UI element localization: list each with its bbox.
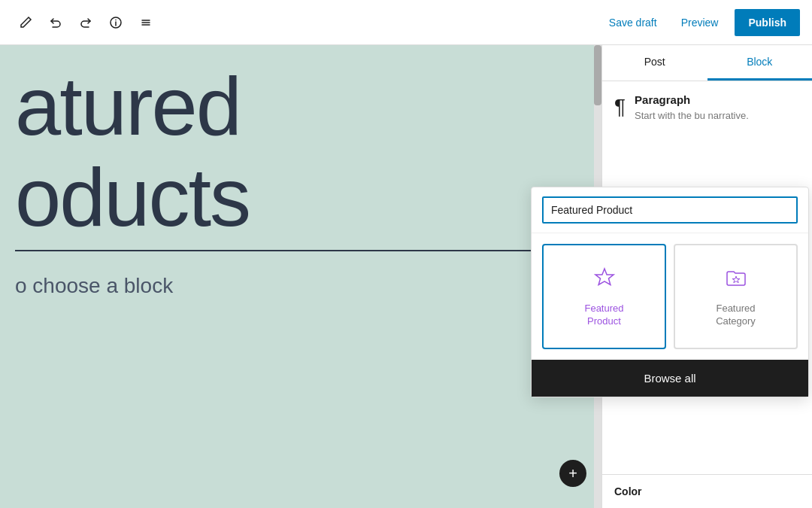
publish-button[interactable]: Publish [735,9,800,36]
color-section: Color [602,474,812,508]
featured-product-label: FeaturedProduct [584,303,623,328]
block-search-popup: FeaturedProduct FeaturedCategory Browse … [531,187,809,397]
undo-icon [49,16,62,29]
save-draft-button[interactable]: Save draft [601,12,665,33]
paragraph-icon: ¶ [614,95,626,119]
svg-point-2 [115,19,117,20]
scrollbar-thumb[interactable] [594,45,601,105]
block-item-featured-category[interactable]: FeaturedCategory [674,244,798,349]
canvas-hint: o choose a block [0,259,601,313]
toolbar-right: Save draft Preview Publish [601,9,800,36]
folder-star-icon [724,266,748,295]
list-icon [139,16,153,29]
paragraph-title: Paragraph [635,93,749,106]
canvas-line2: oducts [15,151,601,242]
star-icon [592,266,617,295]
tab-post[interactable]: Post [602,45,707,81]
color-label: Color [614,485,642,497]
redo-button[interactable] [72,9,99,36]
info-button[interactable] [102,9,129,36]
undo-button[interactable] [42,9,69,36]
canvas-heading: atured oducts [0,45,601,242]
toolbar-left [12,9,601,36]
plus-icon: + [568,465,577,482]
preview-button[interactable]: Preview [674,12,726,33]
paragraph-info: Paragraph Start with the bu narrative. [635,93,749,123]
block-results: FeaturedProduct FeaturedCategory [532,233,808,360]
browse-all-button[interactable]: Browse all [532,360,808,397]
redo-icon [79,16,92,29]
block-search-input-wrap [532,187,808,233]
paragraph-description: Start with the bu narrative. [635,109,749,123]
pencil-icon [19,16,32,29]
editor-canvas: atured oducts o choose a block + [0,45,601,508]
toolbar: Save draft Preview Publish [0,0,812,45]
sidebar-content: ¶ Paragraph Start with the bu narrative. [602,81,812,135]
block-item-featured-product[interactable]: FeaturedProduct [542,244,666,349]
paragraph-section: ¶ Paragraph Start with the bu narrative. [614,93,800,123]
add-block-button[interactable]: + [559,460,586,487]
canvas-line1: atured [15,60,601,151]
list-view-button[interactable] [132,9,159,36]
block-search-input[interactable] [542,196,798,224]
edit-button[interactable] [12,9,39,36]
canvas-divider [15,250,586,251]
tab-block[interactable]: Block [707,45,813,81]
sidebar-tabs: Post Block [602,45,812,81]
info-icon [109,16,123,29]
featured-category-label: FeaturedCategory [716,303,756,328]
